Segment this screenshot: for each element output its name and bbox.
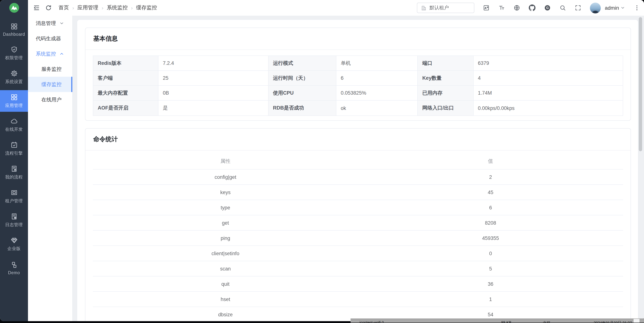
chevron-down-icon	[620, 5, 625, 10]
command-count: 6	[358, 205, 623, 210]
gear-icon	[10, 70, 18, 77]
breadcrumb-separator-icon: ›	[131, 5, 133, 11]
info-value-cell: 1.74M	[474, 86, 623, 101]
basic-info-title: 基本信息	[86, 28, 630, 50]
command-stats-row: ping459355	[93, 231, 623, 246]
command-name: scan	[93, 266, 358, 271]
info-label-cell: 运行模式	[268, 56, 336, 71]
breadcrumb-item[interactable]: 首页	[58, 4, 69, 11]
sidebar-item[interactable]: 企业版	[0, 233, 28, 255]
menu-item[interactable]: 服务监控	[28, 61, 72, 77]
sidebar-item-label: 权限管理	[5, 55, 23, 61]
sidebar-item[interactable]: 应用管理	[0, 90, 28, 112]
command-name: hset	[93, 296, 358, 302]
fullscreen-button[interactable]	[575, 4, 581, 11]
fullscreen-icon	[575, 4, 581, 11]
info-value-cell: 4	[474, 71, 623, 86]
command-stats-header-row: 属性 值	[93, 153, 623, 170]
sidebar-item[interactable]: 权限管理	[0, 42, 28, 64]
user-name: admin	[605, 5, 619, 11]
search-icon	[559, 4, 566, 11]
command-name: dbsize	[93, 312, 358, 317]
logo-icon	[8, 2, 20, 13]
background-window-corner	[634, 319, 640, 323]
diamond-icon	[10, 237, 18, 244]
command-stats-row: keys45	[93, 185, 623, 200]
command-count: 459355	[358, 235, 623, 241]
command-count: 5	[358, 266, 623, 271]
github-button[interactable]	[529, 4, 536, 11]
command-stats-title: 命令统计	[86, 129, 630, 151]
sidebar-item[interactable]: 流程引擎	[0, 138, 28, 159]
globe-button[interactable]	[514, 4, 520, 11]
sidebar-item-label: 我的流程	[5, 174, 23, 180]
sidebar-item[interactable]: 日志管理	[0, 209, 28, 231]
command-count: 54	[358, 312, 623, 317]
info-label-cell: 端口	[418, 56, 474, 71]
breadcrumb-item[interactable]: 应用管理	[78, 4, 98, 11]
menu-item-label: 在线用户	[42, 96, 62, 103]
calendar-check-icon	[10, 141, 18, 149]
menu-item[interactable]: 消息管理	[28, 16, 72, 31]
sidebar-item-label: 流程引擎	[5, 151, 23, 156]
breadcrumb-separator-icon: ›	[102, 5, 103, 11]
sidebar-item[interactable]: 租户管理	[0, 186, 28, 207]
sidebar-item[interactable]: 系统设置	[0, 66, 28, 88]
sidebar-item[interactable]: Demo	[0, 257, 28, 279]
sidebar-item-label: 应用管理	[5, 103, 23, 108]
apps-icon	[10, 93, 18, 101]
collapse-menu-button[interactable]	[33, 4, 40, 11]
menu-item[interactable]: 代码生成器	[28, 31, 72, 46]
shield-check-icon	[10, 46, 18, 53]
screen: 首页›应用管理›系统监控›缓存监控 默认租户 G admin	[0, 0, 644, 323]
menu-item-label: 缓存监控	[42, 81, 62, 88]
sidebar-item-label: Dashboard	[3, 32, 25, 36]
search-button[interactable]	[559, 4, 566, 11]
command-count: 36	[358, 281, 623, 287]
info-label-cell: 网络入口/出口	[418, 101, 474, 115]
gitee-button[interactable]: G	[544, 4, 551, 11]
kebab-menu-button[interactable]	[634, 4, 640, 11]
info-label-cell: 使用CPU	[268, 86, 336, 101]
office-building-icon	[421, 5, 426, 11]
sidebar-item-label: 系统设置	[5, 79, 23, 85]
info-value-cell: 6379	[474, 56, 623, 71]
column-header-value: 值	[358, 158, 623, 165]
tenant-select[interactable]: 默认租户	[417, 2, 474, 13]
info-label-cell: Key数量	[418, 71, 474, 86]
gitee-icon: G	[544, 4, 551, 11]
layout-size-button[interactable]	[483, 4, 490, 11]
info-label-cell: 已用内存	[418, 86, 474, 101]
menu-item[interactable]: 在线用户	[28, 92, 72, 107]
info-value-cell: ok	[336, 101, 418, 115]
sidebar-item-label: 日志管理	[5, 222, 23, 228]
header-actions: 默认租户 G admin	[417, 2, 644, 13]
grid-alt-icon	[10, 261, 18, 269]
vertical-scrollbar-thumb[interactable]	[639, 17, 642, 151]
menu-item[interactable]: 缓存监控	[28, 77, 72, 92]
sidebar-item-label: Demo	[8, 270, 20, 275]
command-count: 0	[358, 251, 623, 256]
logo[interactable]	[0, 0, 28, 16]
sidebar-item-label: 租户管理	[5, 198, 23, 204]
command-stats-row: quit36	[93, 277, 623, 292]
avatar[interactable]	[590, 2, 601, 13]
menu-item[interactable]: 系统监控	[28, 46, 72, 61]
refresh-button[interactable]	[45, 4, 52, 11]
background-window-row: jcontent-wolf-2 88 KB 文稿 2024年01月22日 21:…	[350, 319, 644, 323]
sidebar-item[interactable]: Dashboard	[0, 19, 28, 40]
sidebar-item[interactable]: 我的流程	[0, 162, 28, 183]
command-name: get	[93, 220, 358, 226]
info-value-cell: 单机	[336, 56, 418, 71]
info-value-cell: 是	[158, 101, 268, 115]
font-size-button[interactable]	[498, 4, 505, 11]
doc-check-icon	[10, 213, 18, 220]
svg-text:G: G	[546, 6, 549, 10]
breadcrumb-separator-icon: ›	[72, 5, 74, 11]
user-menu[interactable]: admin	[605, 5, 625, 11]
sidebar-item[interactable]: 在线开发	[0, 114, 28, 136]
command-name: type	[93, 205, 358, 210]
breadcrumb-item[interactable]: 系统监控	[107, 4, 128, 11]
info-label-cell: AOF是否开启	[93, 101, 158, 115]
menu-item-label: 代码生成器	[36, 35, 61, 42]
